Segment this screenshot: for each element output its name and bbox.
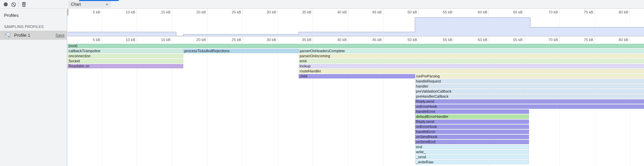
ruler-bottom: 5 kB10 kB15 kB20 kB25 kB30 kB35 kB40 kB4… <box>68 37 644 43</box>
flame-bar[interactable]: processTicksAndRejections <box>183 49 299 53</box>
ruler-tick-label: 40 kB <box>321 10 347 14</box>
flame-bar[interactable]: handleError <box>415 130 529 134</box>
ruler-tick <box>102 9 102 15</box>
ruler-tick-label: 5 kB <box>75 38 100 42</box>
sampling-profiles-section-label: SAMPLING PROFILES <box>4 25 44 29</box>
flame-bar[interactable]: end <box>415 145 529 149</box>
chevron-down-icon: ▼ <box>106 3 108 6</box>
ruler-tick-label: 75 kB <box>568 38 593 42</box>
ruler-tick-label: 70 kB <box>532 38 558 42</box>
ruler-tick <box>172 9 172 15</box>
flame-bar[interactable]: handleRequest <box>415 79 644 84</box>
flame-chart-pane: 5 kB10 kB15 kB20 kB25 kB30 kB35 kB40 kB4… <box>68 9 644 166</box>
ruler-tick <box>172 37 172 43</box>
svg-text:%: % <box>7 35 9 38</box>
ruler-tick <box>489 37 489 43</box>
ruler-tick-label: 35 kB <box>286 10 311 14</box>
gridline <box>277 43 278 166</box>
profiles-sidebar: Profiles SAMPLING PROFILES % Profile 1 S… <box>0 9 67 166</box>
flame-bar[interactable]: onSendHook <box>415 135 529 139</box>
ruler-tick-label: 25 kB <box>216 38 241 42</box>
ruler-tick-label: 20 kB <box>180 10 206 14</box>
ruler-tick-label: 20 kB <box>180 38 206 42</box>
trash-icon <box>22 2 26 7</box>
ruler-tick-label: 50 kB <box>391 38 417 42</box>
ruler-tick <box>559 9 560 15</box>
flame-bar[interactable]: Reply.send <box>415 99 644 104</box>
ruler-tick-label: 40 kB <box>321 38 347 42</box>
flame-bar[interactable]: parserOnIncoming <box>299 54 644 58</box>
flame-bar[interactable]: Socket <box>68 59 183 63</box>
flame-bar[interactable]: parserOnHeadersComplete <box>299 49 644 53</box>
flame-bar[interactable]: runPreParsing <box>415 74 644 78</box>
ruler-tick-label: 25 kB <box>216 10 241 14</box>
view-mode-select[interactable]: Chart ▼ <box>68 1 111 8</box>
flame-bar[interactable]: onSendEnd <box>415 140 529 144</box>
flame-bar[interactable]: routeHandler <box>299 69 644 73</box>
profiles-heading: Profiles <box>4 13 18 18</box>
memory-overview-graph[interactable] <box>68 15 644 36</box>
ruler-tick-label: 75 kB <box>568 10 593 14</box>
ruler-tick-label: 80 kB <box>603 38 628 42</box>
flame-bar[interactable]: preValidationCallback <box>415 89 644 94</box>
ruler-tick <box>242 37 243 43</box>
flame-bar[interactable]: callbackTrampoline <box>68 49 183 53</box>
flame-bar[interactable]: _send <box>415 155 529 159</box>
flame-bar[interactable]: Reply.send <box>415 120 529 124</box>
ruler-tick <box>630 9 630 15</box>
flame-bar[interactable]: handler <box>415 84 644 89</box>
flame-bar[interactable]: write_ <box>415 150 529 154</box>
ruler-tick <box>524 37 524 43</box>
ruler-tick-label: 30 kB <box>251 10 276 14</box>
ruler-tick <box>277 9 278 15</box>
ruler-tick <box>242 9 243 15</box>
delete-profile-button[interactable] <box>20 1 28 8</box>
ruler-tick-label: 65 kB <box>497 38 523 42</box>
clear-all-profiles-button[interactable] <box>10 1 17 8</box>
flame-bar[interactable]: onconnection <box>68 54 183 58</box>
ruler-tick <box>137 9 137 15</box>
memory-profiler-panel: Chart ▼ Profiles SAMPLING PROFILES % Pro… <box>0 0 644 166</box>
record-icon <box>4 2 8 6</box>
ruler-tick-label: 60 kB <box>462 10 487 14</box>
ruler-tick <box>313 37 313 43</box>
record-heap-profile-button[interactable] <box>2 1 9 8</box>
ruler-tick-label: 10 kB <box>110 10 135 14</box>
memory-overview[interactable] <box>68 15 644 36</box>
save-profile-link[interactable]: Save <box>55 33 65 38</box>
ruler-tick-label: 65 kB <box>497 10 523 14</box>
ruler-tick <box>454 9 454 15</box>
ruler-tick-label: 35 kB <box>286 38 311 42</box>
ruler-tick-label: 45 kB <box>356 10 382 14</box>
ruler-tick-label: 55 kB <box>427 38 452 42</box>
ruler-top: 5 kB10 kB15 kB20 kB25 kB30 kB35 kB40 kB4… <box>68 9 644 15</box>
flame-bar[interactable]: (root) <box>68 44 644 48</box>
ruler-tick-label: 80 kB <box>603 10 628 14</box>
view-mode-value: Chart <box>71 2 81 7</box>
ruler-tick <box>277 37 278 43</box>
flame-bar[interactable]: defaultErrorHandler <box>415 114 529 119</box>
flame-bar[interactable]: child <box>299 74 415 78</box>
ruler-tick <box>313 9 313 15</box>
flame-bar[interactable]: lookup <box>299 64 644 68</box>
profile-document-icon: % <box>5 32 10 38</box>
flame-bar[interactable]: _writeRaw <box>415 160 529 164</box>
flame-bar[interactable]: Readable.on <box>68 64 183 68</box>
flame-bar[interactable]: preHandlerCallback <box>415 94 644 99</box>
ruler-tick <box>630 37 630 43</box>
profile-item-selected[interactable]: % Profile 1 Save <box>0 31 67 40</box>
ruler-tick-label: 55 kB <box>427 10 452 14</box>
ruler-tick-label: 5 kB <box>75 10 100 14</box>
ruler-tick <box>418 37 419 43</box>
flame-chart[interactable]: (root)callbackTrampolineprocessTicksAndR… <box>68 43 644 166</box>
flame-bar[interactable]: emit <box>299 59 644 63</box>
ruler-tick-label: 15 kB <box>145 38 171 42</box>
ruler-tick <box>137 37 137 43</box>
ruler-tick <box>454 37 454 43</box>
ruler-tick <box>595 37 595 43</box>
ruler-tick <box>489 9 489 15</box>
flame-bar[interactable]: onErrorHook <box>415 104 644 109</box>
flame-bar[interactable]: onErrorHook <box>415 125 529 129</box>
flame-bar[interactable]: handleError <box>415 109 529 114</box>
gridline <box>242 43 243 166</box>
